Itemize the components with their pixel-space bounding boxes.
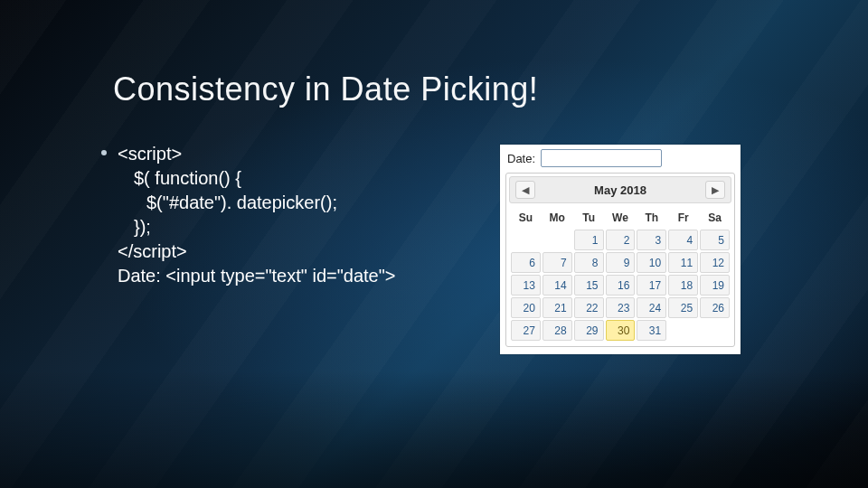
calendar-day[interactable]: 29 (574, 320, 604, 341)
calendar-day[interactable]: 9 (606, 252, 636, 273)
calendar-day (542, 230, 572, 250)
calendar-dow-row: Su Mo Tu We Th Fr Sa (511, 208, 730, 228)
calendar-header: ◀ May 2018 ▶ (509, 176, 731, 203)
slide: Consistency in Date Picking! <script> $(… (0, 0, 868, 488)
calendar-day (700, 320, 730, 341)
calendar-day[interactable]: 25 (668, 297, 698, 318)
dow-header: Mo (542, 208, 572, 228)
calendar-row: 13141516171819 (511, 275, 730, 296)
code-line-1: <script> (118, 142, 396, 166)
calendar-grid: Su Mo Tu We Th Fr Sa 1234567891011121314… (509, 206, 731, 343)
calendar-day[interactable]: 14 (542, 275, 572, 296)
date-input[interactable] (541, 149, 662, 167)
calendar-row: 20212223242526 (511, 297, 730, 318)
date-label: Date: (507, 152, 535, 165)
slide-title: Consistency in Date Picking! (113, 70, 538, 108)
chevron-left-icon: ◀ (522, 185, 529, 195)
calendar-day (668, 320, 698, 341)
calendar-day[interactable]: 28 (542, 320, 572, 341)
dow-header: Th (637, 208, 666, 228)
calendar-day[interactable]: 11 (668, 252, 698, 273)
calendar-day[interactable]: 8 (574, 252, 604, 273)
calendar-day[interactable]: 17 (637, 275, 666, 296)
code-line-6: Date: <input type="text" id="date"> (118, 264, 396, 288)
calendar-day[interactable]: 18 (668, 275, 698, 296)
calendar-day[interactable]: 7 (542, 252, 572, 273)
calendar-day[interactable]: 10 (637, 252, 666, 273)
dow-header: Fr (668, 208, 698, 228)
calendar-day[interactable]: 12 (700, 252, 730, 273)
calendar-day[interactable]: 23 (606, 297, 636, 318)
calendar-day[interactable]: 3 (637, 230, 666, 250)
calendar-day[interactable]: 1 (574, 230, 604, 250)
code-line-4: }); (118, 215, 396, 239)
calendar-day[interactable]: 16 (606, 275, 636, 296)
datepicker-widget: Date: ◀ May 2018 ▶ Su Mo Tu We Th (500, 145, 741, 354)
bullet-dot-icon (101, 150, 107, 155)
dow-header: Sa (700, 208, 730, 228)
dow-header: Tu (574, 208, 604, 228)
calendar-day[interactable]: 19 (700, 275, 730, 296)
calendar-row: 12345 (511, 230, 730, 250)
calendar-day[interactable]: 13 (511, 275, 541, 296)
chevron-right-icon: ▶ (712, 185, 719, 195)
code-line-5: </script> (118, 239, 396, 264)
calendar-row: 6789101112 (511, 252, 730, 273)
calendar-day[interactable]: 6 (511, 252, 541, 273)
calendar-day[interactable]: 31 (637, 320, 666, 341)
calendar-day[interactable]: 4 (668, 230, 698, 250)
calendar-day[interactable]: 26 (700, 297, 730, 318)
calendar-title: May 2018 (594, 183, 646, 197)
code-line-3: $("#date"). datepicker(); (118, 191, 396, 215)
code-block: <script> $( function() { $("#date"). dat… (118, 142, 396, 288)
next-month-button[interactable]: ▶ (705, 181, 725, 199)
calendar-day[interactable]: 30 (606, 320, 636, 341)
calendar-day[interactable]: 20 (511, 297, 541, 318)
calendar-row: 2728293031 (511, 320, 730, 341)
calendar: ◀ May 2018 ▶ Su Mo Tu We Th Fr Sa 123456… (505, 173, 735, 347)
calendar-day[interactable]: 27 (511, 320, 541, 341)
prev-month-button[interactable]: ◀ (515, 181, 535, 199)
calendar-day[interactable]: 22 (574, 297, 604, 318)
calendar-day[interactable]: 5 (700, 230, 730, 250)
calendar-day[interactable]: 2 (606, 230, 636, 250)
dow-header: Su (511, 208, 541, 228)
calendar-day (511, 230, 541, 250)
calendar-day[interactable]: 15 (574, 275, 604, 296)
date-field-row: Date: (500, 145, 741, 171)
calendar-day[interactable]: 24 (637, 297, 666, 318)
dow-header: We (606, 208, 636, 228)
code-line-2: $( function() { (118, 166, 396, 191)
calendar-day[interactable]: 21 (542, 297, 572, 318)
